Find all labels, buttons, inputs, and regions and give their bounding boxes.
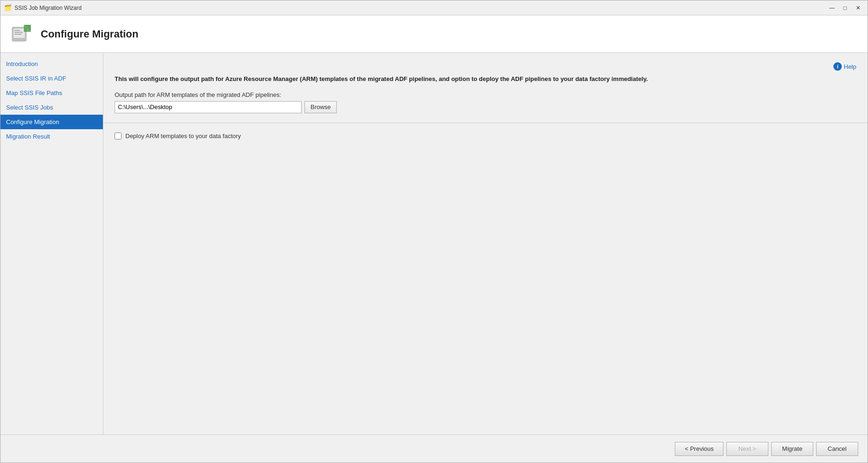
separator: [103, 123, 868, 123]
minimize-button[interactable]: —: [826, 3, 838, 13]
path-input[interactable]: [115, 101, 302, 113]
title-bar-left: 🗂️ SSIS Job Migration Wizard: [4, 4, 81, 12]
page-title: Configure Migration: [41, 28, 138, 40]
sidebar-item-select-ssis-jobs[interactable]: Select SSIS Jobs: [0, 100, 103, 115]
main-area: Introduction Select SSIS IR in ADF Map S…: [0, 53, 868, 434]
output-label: Output path for ARM templates of the mig…: [115, 91, 856, 98]
output-path-row: Browse: [115, 101, 856, 113]
deploy-checkbox-label: Deploy ARM templates to your data factor…: [125, 132, 241, 140]
header-icon: [10, 22, 33, 46]
page-header: Configure Migration: [0, 15, 868, 53]
migrate-button[interactable]: Migrate: [771, 442, 813, 456]
next-button[interactable]: Next >: [726, 442, 768, 456]
sidebar-item-select-ssis-ir[interactable]: Select SSIS IR in ADF: [0, 71, 103, 86]
footer: < Previous Next > Migrate Cancel: [0, 434, 868, 463]
maximize-button[interactable]: □: [839, 3, 851, 13]
deploy-checkbox-row: Deploy ARM templates to your data factor…: [115, 132, 856, 140]
title-bar-controls: — □ ✕: [826, 3, 864, 13]
description-text: This will configure the output path for …: [115, 74, 856, 84]
help-link-container: i Help: [115, 62, 856, 71]
close-button[interactable]: ✕: [853, 3, 864, 13]
help-label: Help: [844, 63, 856, 70]
main-window: 🗂️ SSIS Job Migration Wizard — □ ✕ Confi…: [0, 0, 868, 463]
title-bar-text: SSIS Job Migration Wizard: [14, 5, 81, 11]
sidebar-item-configure-migration[interactable]: Configure Migration: [0, 115, 103, 129]
browse-button[interactable]: Browse: [304, 101, 337, 113]
sidebar-item-introduction[interactable]: Introduction: [0, 57, 103, 71]
svg-rect-5: [14, 32, 23, 33]
sidebar-item-map-ssis-paths[interactable]: Map SSIS File Paths: [0, 86, 103, 100]
previous-button[interactable]: < Previous: [675, 442, 723, 456]
help-icon: i: [833, 62, 842, 71]
sidebar: Introduction Select SSIS IR in ADF Map S…: [0, 53, 103, 434]
content-area: i Help This will configure the output pa…: [103, 53, 868, 434]
app-icon: 🗂️: [4, 4, 12, 12]
svg-rect-6: [14, 34, 22, 35]
sidebar-item-migration-result[interactable]: Migration Result: [0, 129, 103, 144]
help-button[interactable]: i Help: [833, 62, 856, 71]
svg-rect-4: [14, 30, 20, 31]
deploy-checkbox[interactable]: [115, 132, 122, 140]
cancel-button[interactable]: Cancel: [816, 442, 858, 456]
title-bar: 🗂️ SSIS Job Migration Wizard — □ ✕: [0, 0, 868, 15]
